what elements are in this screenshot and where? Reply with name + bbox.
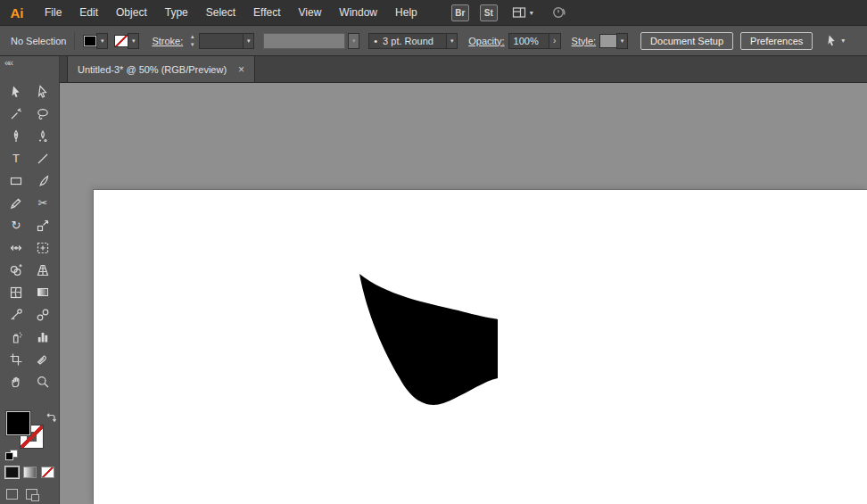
style-panel-link[interactable]: Style: — [572, 36, 597, 46]
chevron-down-icon: ▾ — [247, 37, 251, 45]
lasso-tool-icon — [36, 107, 50, 121]
stroke-weight-dropdown-button[interactable]: ▾ — [243, 33, 254, 49]
opacity-input[interactable]: 100% — [508, 33, 549, 49]
magic-wand-tool[interactable] — [3, 103, 29, 125]
menu-object[interactable]: Object — [107, 0, 156, 26]
drawing-mode-buttons — [6, 489, 37, 500]
stepper-down-icon[interactable]: ▼ — [187, 41, 197, 49]
eyedropper-tool[interactable] — [3, 303, 29, 326]
direct-selection-tool[interactable] — [29, 80, 56, 103]
opacity-panel-link[interactable]: Opacity: — [468, 36, 504, 46]
zoom-tool[interactable] — [29, 370, 56, 392]
stroke-weight-input[interactable] — [199, 33, 244, 49]
style-swatch[interactable] — [599, 34, 617, 48]
stroke-panel-link[interactable]: Stroke: — [152, 36, 183, 46]
fill-swatch[interactable] — [83, 35, 97, 47]
brush-definition-dropdown[interactable]: • 3 pt. Round — [368, 33, 447, 49]
pointer-icon — [825, 34, 838, 47]
artboard-tool-icon — [9, 352, 23, 367]
select-similar-menu[interactable]: ▾ — [825, 34, 845, 47]
pen-tool[interactable] — [3, 125, 29, 147]
draw-behind-button[interactable] — [26, 489, 37, 500]
width-tool[interactable] — [3, 236, 29, 259]
paintbrush-tool[interactable] — [29, 169, 56, 192]
selection-tool[interactable] — [3, 80, 29, 103]
creative-cloud-sync-icon — [551, 4, 567, 21]
artwork-layer — [60, 83, 867, 504]
stroke-color-control[interactable]: ▾ — [114, 33, 139, 49]
symbol-sprayer-tool[interactable] — [3, 326, 29, 348]
fill-color-control[interactable]: ▾ — [83, 33, 108, 49]
collapse-panel-button[interactable]: «« — [4, 57, 12, 68]
default-fill-stroke-button[interactable] — [5, 450, 18, 461]
opacity-expand-button[interactable]: › — [549, 33, 561, 49]
illustrator-window: Ai File Edit Object Type Select Effect V… — [0, 0, 867, 504]
menu-effect[interactable]: Effect — [244, 0, 289, 26]
pencil-tool[interactable] — [3, 192, 29, 214]
canvas-pasteboard[interactable] — [60, 83, 867, 504]
color-mode-button[interactable] — [5, 467, 19, 478]
opacity-value: 100% — [514, 36, 539, 46]
line-segment-tool[interactable] — [29, 147, 56, 169]
menu-view[interactable]: View — [290, 0, 331, 26]
type-tool[interactable]: T — [3, 147, 29, 169]
style-dropdown-button[interactable]: ▾ — [616, 33, 628, 49]
preferences-button[interactable]: Preferences — [740, 32, 813, 50]
pen-tool-icon — [9, 129, 23, 144]
none-mode-button[interactable] — [41, 467, 54, 478]
document-setup-button[interactable]: Document Setup — [640, 32, 733, 50]
swap-fill-stroke-button[interactable] — [45, 411, 57, 427]
close-tab-icon[interactable]: × — [238, 64, 244, 75]
menu-type[interactable]: Type — [156, 0, 197, 26]
shape-builder-tool[interactable] — [3, 259, 29, 281]
chevron-down-icon: ▾ — [352, 37, 356, 45]
selection-tool-icon — [9, 85, 23, 99]
black-wave-shape[interactable] — [359, 274, 498, 405]
gradient-mode-button[interactable] — [23, 467, 37, 478]
bridge-button[interactable]: Br — [451, 4, 469, 21]
menu-select[interactable]: Select — [197, 0, 244, 26]
pencil-tool-icon — [9, 196, 23, 211]
chevron-down-icon: ▾ — [621, 37, 624, 45]
curvature-tool[interactable] — [29, 125, 56, 147]
brush-definition-dropdown-button[interactable]: ▾ — [446, 33, 458, 49]
scissors-tool-icon: ✂ — [38, 197, 48, 209]
column-graph-tool-icon — [36, 330, 50, 344]
fill-dropdown-button[interactable]: ▾ — [96, 33, 108, 49]
sync-status[interactable] — [551, 4, 567, 21]
lasso-tool[interactable] — [29, 103, 56, 125]
scissors-tool[interactable]: ✂ — [29, 192, 56, 214]
fill-color-swatch[interactable] — [6, 411, 30, 435]
stroke-dropdown-button[interactable]: ▾ — [128, 33, 139, 49]
draw-normal-button[interactable] — [6, 489, 18, 500]
control-bar: No Selection ▾ ▾ Stroke: ▲ ▼ ▾ ▾ • 3 pt.… — [0, 26, 867, 56]
stroke-swatch-none[interactable] — [114, 35, 128, 47]
gradient-tool[interactable] — [29, 281, 56, 303]
artboard-tool[interactable] — [3, 348, 29, 370]
free-transform-tool[interactable] — [29, 236, 56, 259]
stepper-up-icon[interactable]: ▲ — [187, 33, 197, 41]
slice-tool[interactable] — [29, 348, 56, 370]
hand-tool[interactable] — [3, 370, 29, 392]
column-graph-tool[interactable] — [29, 326, 56, 348]
stock-button[interactable]: St — [480, 4, 498, 21]
rectangle-tool[interactable] — [3, 169, 29, 192]
direct-selection-tool-icon — [36, 85, 50, 99]
rotate-tool[interactable]: ↻ — [3, 214, 29, 236]
menu-window[interactable]: Window — [330, 0, 386, 26]
perspective-grid-tool[interactable] — [29, 259, 56, 281]
menu-edit[interactable]: Edit — [70, 0, 107, 26]
menu-file[interactable]: File — [36, 0, 70, 26]
chevron-down-icon: ▾ — [132, 37, 136, 45]
workspace-switcher[interactable]: ▾ — [512, 6, 533, 19]
menu-help[interactable]: Help — [386, 0, 426, 26]
tool-grid: T ✂ ↻ — [3, 80, 56, 392]
blend-tool[interactable] — [29, 303, 56, 326]
mesh-tool[interactable] — [3, 281, 29, 303]
scale-tool[interactable] — [29, 214, 56, 236]
stroke-weight-stepper[interactable]: ▲ ▼ — [187, 33, 197, 49]
document-tab[interactable]: Untitled-3* @ 50% (RGB/Preview) × — [67, 56, 255, 82]
eyedropper-tool-icon — [9, 308, 23, 322]
brush-preview-icon: • — [374, 36, 377, 46]
document-tab-title: Untitled-3* @ 50% (RGB/Preview) — [78, 64, 227, 75]
